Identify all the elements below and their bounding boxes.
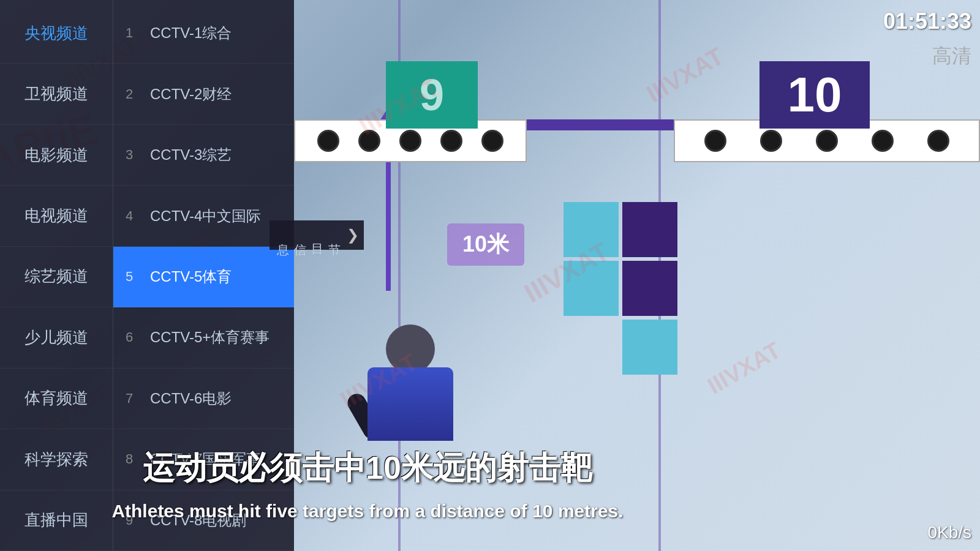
target-dot (816, 130, 838, 152)
target-block-cyan (564, 202, 619, 257)
channel-item-4[interactable]: 4 CCTV-4中文国际 (113, 186, 294, 246)
shooter-head (386, 324, 435, 373)
time-display: 01:51:33 (883, 9, 971, 34)
target-dot (399, 130, 421, 152)
channel-item-6[interactable]: 6 CCTV-5+体育赛事 (113, 307, 294, 368)
target-block-dark (622, 202, 677, 257)
target-block-empty (564, 320, 619, 375)
channel-item-3[interactable]: 3 CCTV-3综艺 (113, 125, 294, 186)
shooter-body (355, 324, 466, 459)
channel-item-5[interactable]: 5 CCTV-5体育 (113, 247, 294, 307)
distance-label: 10米 (447, 223, 524, 266)
shooter-figure (355, 324, 466, 459)
category-item-cctv[interactable]: 央视频道 (0, 3, 113, 64)
category-item-variety[interactable]: 综艺频道 (0, 247, 113, 307)
target-block-dark2 (622, 261, 677, 316)
info-panel-arrow-icon: ❯ (347, 227, 359, 244)
target-block-grid (564, 202, 677, 375)
target-dot (358, 130, 380, 152)
quality-badge: 高清 (932, 43, 971, 70)
info-panel[interactable]: 节目信息 ❯ (270, 220, 364, 250)
speed-display: 0Kb/s (927, 523, 971, 542)
target-dot (927, 130, 949, 152)
scoreboard-right: 10 (760, 61, 870, 129)
target-dot (481, 130, 503, 152)
shooter-torso (368, 367, 453, 441)
target-dot (760, 130, 782, 152)
subtitle-chinese: 运动员必须击中10米远的射击靶 (0, 447, 980, 490)
info-panel-text: 节目信息 (274, 234, 343, 236)
target-dot (872, 130, 894, 152)
target-dot (440, 130, 462, 152)
category-item-movie[interactable]: 电影频道 (0, 125, 113, 186)
channel-item-2[interactable]: 2 CCTV-2财经 (113, 64, 294, 124)
target-dot (317, 130, 339, 152)
subtitle-english: Athletes must hit five targets from a di… (0, 501, 980, 522)
category-item-tv[interactable]: 电视频道 (0, 186, 113, 246)
channel-item-7[interactable]: 7 CCTV-6电影 (113, 369, 294, 429)
category-item-satellite[interactable]: 卫视频道 (0, 64, 113, 124)
target-block-cyan2 (564, 261, 619, 316)
target-dot (704, 130, 726, 152)
scoreboard-left: 9 (386, 61, 478, 129)
category-item-sports[interactable]: 体育频道 (0, 369, 113, 429)
target-block-cyan3 (622, 320, 677, 375)
channel-item-1[interactable]: 1 CCTV-1综合 (113, 3, 294, 64)
category-item-kids[interactable]: 少儿频道 (0, 307, 113, 368)
